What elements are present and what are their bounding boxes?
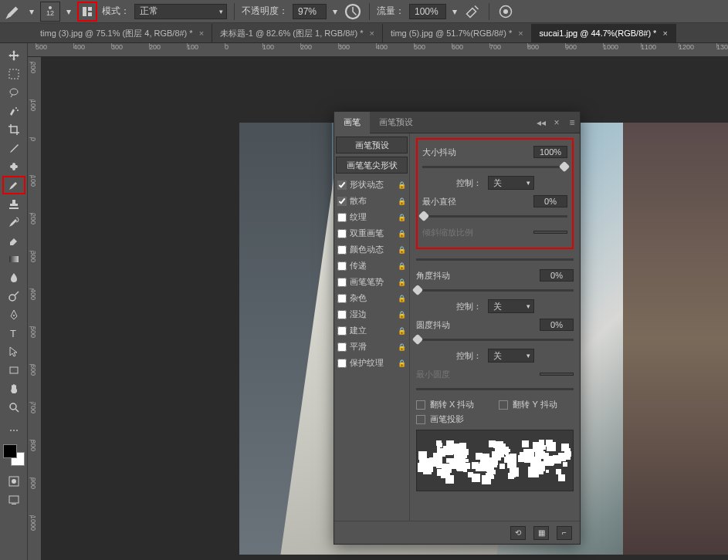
option-checkbox[interactable] bbox=[337, 278, 347, 287]
tool-preset-dropdown[interactable]: ▾ bbox=[28, 6, 36, 17]
option-checkbox[interactable] bbox=[337, 326, 347, 336]
close-icon[interactable]: × bbox=[369, 29, 374, 38]
eyedropper-tool[interactable] bbox=[2, 139, 25, 157]
option-checkbox[interactable] bbox=[337, 359, 347, 368]
snap-icon[interactable]: ⌐ bbox=[557, 526, 572, 540]
option-checkbox[interactable] bbox=[337, 245, 347, 255]
flow-input[interactable]: 100% bbox=[409, 4, 446, 19]
option-checkbox[interactable] bbox=[337, 180, 347, 190]
brush-presets-button[interactable]: 画笔预设 bbox=[336, 137, 408, 153]
lock-icon[interactable]: 🔒 bbox=[397, 180, 406, 190]
collapse-icon[interactable]: ◂◂ bbox=[533, 115, 549, 130]
option-checkbox[interactable] bbox=[337, 310, 347, 319]
lock-icon[interactable]: 🔒 bbox=[397, 261, 406, 271]
close-icon[interactable]: × bbox=[199, 29, 204, 38]
color-swatches[interactable] bbox=[3, 444, 25, 466]
angle-control-select[interactable]: 关 bbox=[488, 299, 534, 313]
option-checkbox[interactable] bbox=[337, 342, 347, 352]
lasso-tool[interactable] bbox=[2, 83, 25, 102]
round-jitter-slider[interactable] bbox=[416, 336, 574, 346]
round-jitter-value[interactable]: 0% bbox=[540, 319, 574, 331]
type-tool[interactable]: T bbox=[2, 324, 25, 342]
flow-dropdown[interactable]: ▾ bbox=[451, 6, 459, 17]
edit-toolbar[interactable]: ⋯ bbox=[2, 421, 25, 440]
close-icon[interactable]: × bbox=[549, 115, 564, 130]
tab-0[interactable]: timg (3).jpg @ 75.1% (图层 4, RGB/8#) *× bbox=[32, 24, 212, 42]
lock-icon[interactable]: 🔒 bbox=[397, 278, 406, 287]
size-jitter-slider[interactable] bbox=[422, 163, 567, 174]
quick-mask-toggle[interactable] bbox=[2, 472, 25, 491]
size-control-select[interactable]: 关 bbox=[488, 176, 534, 190]
toggle-live-preview-icon[interactable]: ⟲ bbox=[510, 526, 526, 540]
flip-y-checkbox[interactable] bbox=[499, 400, 508, 410]
fg-color[interactable] bbox=[3, 444, 17, 458]
size-pressure-icon[interactable] bbox=[496, 3, 515, 20]
panel-tab-presets[interactable]: 画笔预设 bbox=[370, 112, 422, 133]
tab-1[interactable]: 未标题-1 @ 82.6% (图层 1, RGB/8#) *× bbox=[212, 24, 383, 42]
brush-option-4[interactable]: 颜色动态🔒 bbox=[336, 241, 408, 258]
option-checkbox[interactable] bbox=[337, 229, 347, 238]
zoom-tool[interactable] bbox=[2, 398, 25, 417]
brush-option-8[interactable]: 湿边🔒 bbox=[336, 306, 408, 322]
marquee-tool[interactable] bbox=[2, 65, 25, 83]
lock-icon[interactable]: 🔒 bbox=[397, 310, 406, 319]
option-checkbox[interactable] bbox=[337, 294, 347, 303]
brush-option-2[interactable]: 纹理🔒 bbox=[336, 209, 408, 225]
lock-icon[interactable]: 🔒 bbox=[397, 326, 406, 336]
lock-icon[interactable]: 🔒 bbox=[397, 359, 406, 368]
brush-option-9[interactable]: 建立🔒 bbox=[336, 322, 408, 339]
lock-icon[interactable]: 🔒 bbox=[397, 342, 406, 352]
lock-icon[interactable]: 🔒 bbox=[397, 197, 406, 206]
eraser-tool[interactable] bbox=[2, 231, 25, 250]
brush-picker-dropdown[interactable]: ▾ bbox=[65, 6, 73, 17]
airbrush-icon[interactable] bbox=[463, 3, 482, 20]
tab-2[interactable]: timg (5).jpg @ 51.7%(RGB/8#) *× bbox=[383, 24, 532, 42]
opacity-input[interactable]: 97% bbox=[293, 4, 327, 19]
panel-tab-brush[interactable]: 画笔 bbox=[334, 112, 370, 133]
min-diameter-value[interactable]: 0% bbox=[533, 195, 567, 207]
stamp-tool[interactable] bbox=[2, 194, 25, 213]
lock-icon[interactable]: 🔒 bbox=[397, 213, 406, 222]
brush-preview-thumb[interactable]: 12 bbox=[40, 2, 60, 22]
opacity-dropdown[interactable]: ▾ bbox=[331, 6, 339, 17]
brush-option-11[interactable]: 保护纹理🔒 bbox=[336, 355, 408, 371]
history-brush-tool[interactable] bbox=[2, 213, 25, 231]
min-diameter-slider[interactable] bbox=[422, 212, 567, 223]
brush-projection-checkbox[interactable] bbox=[416, 415, 425, 424]
dodge-tool[interactable] bbox=[2, 287, 25, 305]
lock-icon[interactable]: 🔒 bbox=[397, 229, 406, 238]
brush-option-6[interactable]: 画笔笔势🔒 bbox=[336, 274, 408, 290]
brush-option-3[interactable]: 双重画笔🔒 bbox=[336, 225, 408, 241]
blur-tool[interactable] bbox=[2, 268, 25, 287]
brush-panel-toggle[interactable] bbox=[77, 2, 97, 22]
brush-option-0[interactable]: 形状动态🔒 bbox=[336, 177, 408, 193]
lock-icon[interactable]: 🔒 bbox=[397, 245, 406, 255]
menu-icon[interactable]: ≡ bbox=[564, 115, 580, 130]
option-checkbox[interactable] bbox=[337, 261, 347, 271]
close-icon[interactable]: × bbox=[518, 29, 523, 38]
brush-option-7[interactable]: 杂色🔒 bbox=[336, 290, 408, 306]
brush-tip-shape-button[interactable]: 画笔笔尖形状 bbox=[336, 157, 408, 174]
option-checkbox[interactable] bbox=[337, 197, 347, 206]
blend-mode-select[interactable]: 正常 bbox=[134, 4, 227, 19]
lock-icon[interactable]: 🔒 bbox=[397, 294, 406, 303]
ruler-vertical[interactable]: 20010001002003004005006007008009001000 bbox=[28, 57, 42, 560]
flip-x-checkbox[interactable] bbox=[416, 400, 425, 410]
pen-tool[interactable] bbox=[2, 305, 25, 324]
brush-option-1[interactable]: 散布🔒 bbox=[336, 193, 408, 209]
brush-tool[interactable] bbox=[2, 176, 25, 194]
path-select-tool[interactable] bbox=[2, 342, 25, 361]
size-jitter-value[interactable]: 100% bbox=[533, 146, 567, 158]
hand-tool[interactable] bbox=[2, 380, 25, 398]
ruler-horizontal[interactable]: 5004003002001000100200300400500600700800… bbox=[28, 43, 728, 57]
new-preset-icon[interactable]: ▦ bbox=[533, 526, 549, 540]
screen-mode-toggle[interactable] bbox=[2, 491, 25, 509]
angle-jitter-slider[interactable] bbox=[416, 286, 574, 297]
opacity-pressure-icon[interactable] bbox=[344, 3, 362, 20]
brush-option-10[interactable]: 平滑🔒 bbox=[336, 339, 408, 355]
quick-select-tool[interactable] bbox=[2, 102, 25, 120]
healing-brush-tool[interactable] bbox=[2, 157, 25, 176]
crop-tool[interactable] bbox=[2, 120, 25, 139]
rectangle-tool[interactable] bbox=[2, 361, 25, 380]
option-checkbox[interactable] bbox=[337, 213, 347, 222]
